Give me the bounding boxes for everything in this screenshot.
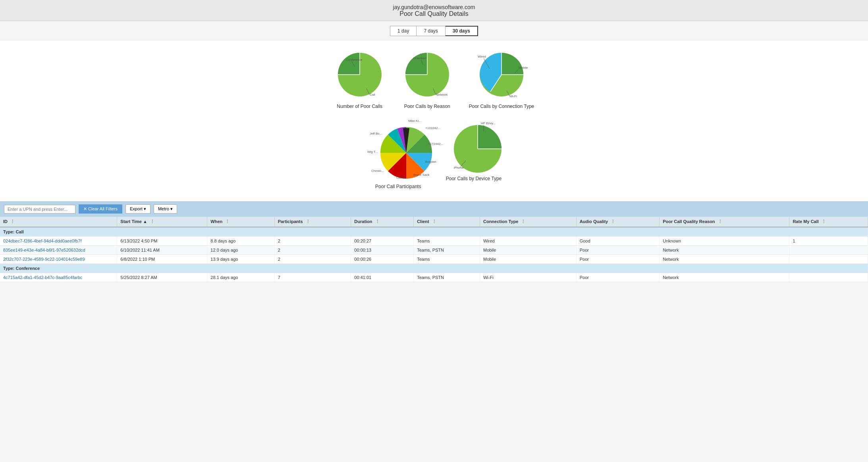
chart-poor-call-participants: Mike Ki... +131042... +172442... Bogdan … [366,117,430,189]
col-header-duration[interactable]: Duration ⋮ [351,217,414,227]
svg-text:Mike Ki...: Mike Ki... [408,119,421,123]
table-cell: 6/10/2022 11:41 AM [117,246,207,255]
table-cell [789,273,868,282]
user-email: jay.gundotra@enowsoftware.com [0,4,868,10]
table-cell: Mobile [480,255,576,264]
table-cell: 1 [789,237,868,246]
table-cell: Wi-Fi [480,273,576,282]
table-cell [789,246,868,255]
upn-input[interactable] [4,205,75,214]
chart-title-participants: Poor Call Participants [375,184,421,189]
col-header-when[interactable]: When ⋮ [207,217,274,227]
charts-row-2: Mike Ki... +131042... +172442... Bogdan … [0,117,868,189]
table-cell: 2 [274,246,351,255]
table-cell: Mobile [480,246,576,255]
svg-text:Wig T...: Wig T... [367,150,378,154]
metro-button[interactable]: Metro ▾ [154,204,177,214]
charts-row-1: Conference Call Number of Poor Calls Unk… [0,49,868,109]
col-header-rate-my-call[interactable]: Rate My Call ⋮ [789,217,868,227]
table-cell: Teams [414,255,480,264]
cell-id: 024dbec7-f286-4bef-94d4-ddd0aee0fb7f [0,237,117,246]
svg-text:Jeff Bo...: Jeff Bo... [370,132,382,135]
table-cell: Teams, PSTN [414,273,480,282]
table-cell: 8.8 days ago [207,237,274,246]
cell-id: 4c715a42-dfa1-45d2-b47c-9aa85c4farbc [0,273,117,282]
table-cell: Teams, PSTN [414,246,480,255]
col-header-connection-type[interactable]: Connection Type ⋮ [480,217,576,227]
col-header-id[interactable]: ID ⋮ [0,217,117,227]
svg-text:Conference: Conference [346,58,363,62]
chart-title-poor-calls: Number of Poor Calls [337,104,382,109]
table-group-header: Type: Conference [0,264,868,273]
svg-text:Network: Network [436,93,448,96]
table-cell: 2 [274,237,351,246]
pie-connection-type: Wired Mobile Wi-Fi [476,49,527,100]
time-btn-1day[interactable]: 1 day [390,26,416,36]
table-cell: 00:41:01 [351,273,414,282]
table-cell: 00:00:13 [351,246,414,255]
svg-text:+172442...: +172442... [428,142,443,146]
table-cell: 00:20:27 [351,237,414,246]
export-button[interactable]: Export ▾ [125,204,150,214]
col-header-poor-call-reason[interactable]: Poor Call Quality Reason ⋮ [660,217,789,227]
svg-text:Wired: Wired [478,55,486,58]
table-cell: Teams [414,237,480,246]
table-cell: Network [660,246,789,255]
table-cell: 13.9 days ago [207,255,274,264]
charts-section: Conference Call Number of Poor Calls Unk… [0,41,868,201]
col-header-audio-quality[interactable]: Audio Quality ⋮ [576,217,659,227]
table-cell: 28.1 days ago [207,273,274,282]
chart-number-of-poor-calls: Conference Call Number of Poor Calls [334,49,386,109]
table-cell [789,255,868,264]
time-btn-7days[interactable]: 7 days [416,26,445,36]
time-filter-bar: 1 day 7 days 30 days [0,26,868,36]
page-title: Poor Call Quality Details [0,10,868,17]
pie-device-type: HP Envy... iPhone [446,117,502,173]
table-cell: Unknown [660,237,789,246]
table-cell: Network [660,255,789,264]
col-header-participants[interactable]: Participants ⋮ [274,217,351,227]
table-row: 2f32c707-223e-4589-9c22-104014c59e896/8/… [0,255,868,264]
table-group-header: Type: Call [0,227,868,237]
table-row: 4c715a42-dfa1-45d2-b47c-9aa85c4farbc5/25… [0,273,868,282]
svg-text:Call: Call [370,93,375,96]
table-cell: 6/8/2022 1:10 PM [117,255,207,264]
svg-text:Bogdan: Bogdan [425,160,436,164]
table-header-row: ID ⋮ Start Time ▲ ⋮ When ⋮ Participants … [0,217,868,227]
chart-title-reason: Poor Calls by Reason [404,104,450,109]
table-cell: Wired [480,237,576,246]
table-row: 835ee149-e43e-4a84-b6f1-97e520632dcd6/10… [0,246,868,255]
table-row: 024dbec7-f286-4bef-94d4-ddd0aee0fb7f6/13… [0,237,868,246]
table-cell: 00:00:26 [351,255,414,264]
chart-title-device: Poor Calls by Device Type [446,176,502,181]
col-header-start-time[interactable]: Start Time ▲ ⋮ [117,217,207,227]
pie-participants: Mike Ki... +131042... +172442... Bogdan … [366,117,430,181]
data-table: ID ⋮ Start Time ▲ ⋮ When ⋮ Participants … [0,217,868,282]
svg-text:Bryce Sack: Bryce Sack [413,173,430,177]
chart-poor-calls-device-type: HP Envy... iPhone Poor Calls by Device T… [446,117,502,189]
table-cell: Poor [576,246,659,255]
table-cell: Poor [576,255,659,264]
svg-text:Christo...: Christo... [371,169,384,173]
time-btn-30days[interactable]: 30 days [446,26,478,36]
clear-all-filters-button[interactable]: ✕ Clear All Filters [79,204,122,214]
svg-text:HP Envy...: HP Envy... [481,121,496,125]
svg-text:iPhone: iPhone [454,166,464,169]
pie-number-of-poor-calls: Conference Call [334,49,386,100]
col-header-client[interactable]: Client ⋮ [414,217,480,227]
svg-text:Unknown: Unknown [413,56,426,60]
cell-id: 835ee149-e43e-4a84-b6f1-97e520632dcd [0,246,117,255]
svg-text:+131042...: +131042... [425,126,440,130]
chart-poor-calls-connection-type: Wired Mobile Wi-Fi Poor Calls by Connect… [469,49,534,109]
table-cell: 5/25/2022 8:27 AM [117,273,207,282]
cell-id: 2f32c707-223e-4589-9c22-104014c59e89 [0,255,117,264]
chart-poor-calls-by-reason: Unknown Network Poor Calls by Reason [401,49,453,109]
table-cell: 7 [274,273,351,282]
table-toolbar: ✕ Clear All Filters Export ▾ Metro ▾ [0,201,868,217]
table-cell: 2 [274,255,351,264]
chart-title-connection: Poor Calls by Connection Type [469,104,534,109]
table-cell: Poor [576,273,659,282]
table-cell: 6/13/2022 4:50 PM [117,237,207,246]
svg-text:Carlos...: Carlos... [396,176,408,179]
table-cell: Good [576,237,659,246]
